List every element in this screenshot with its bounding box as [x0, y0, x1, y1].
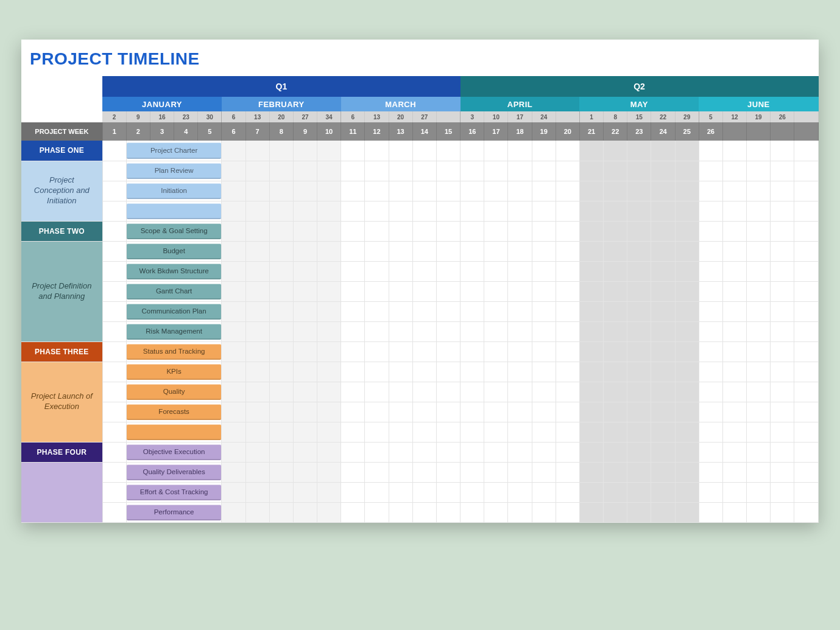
grid-cell[interactable]	[675, 201, 699, 221]
grid-cell[interactable]	[604, 241, 627, 261]
grid-cell[interactable]	[461, 362, 484, 382]
grid-cell[interactable]	[556, 422, 579, 442]
grid-cell[interactable]	[579, 362, 603, 382]
grid-cell[interactable]	[627, 201, 651, 221]
grid-cell[interactable]	[269, 221, 293, 241]
grid-cell[interactable]	[484, 321, 508, 341]
grid-cell[interactable]	[461, 261, 484, 281]
grid-cell[interactable]	[341, 362, 365, 382]
task-bar[interactable]	[127, 203, 222, 219]
grid-cell[interactable]	[269, 261, 293, 281]
grid-cell[interactable]	[771, 402, 794, 422]
grid-cell[interactable]	[604, 362, 627, 382]
grid-cell[interactable]	[556, 221, 579, 241]
grid-cell[interactable]	[389, 321, 412, 341]
grid-cell[interactable]	[102, 141, 126, 161]
grid-cell[interactable]	[651, 382, 675, 402]
grid-cell[interactable]	[747, 321, 771, 341]
grid-cell[interactable]	[269, 442, 293, 462]
grid-cell[interactable]	[102, 382, 126, 402]
grid-cell[interactable]	[556, 201, 579, 221]
grid-cell[interactable]	[675, 141, 699, 161]
grid-cell[interactable]	[461, 422, 484, 442]
grid-cell[interactable]	[747, 402, 771, 422]
grid-cell[interactable]	[293, 161, 317, 181]
grid-cell[interactable]	[579, 482, 603, 502]
grid-cell[interactable]	[293, 442, 317, 462]
grid-cell[interactable]	[389, 442, 412, 462]
grid-cell[interactable]	[579, 201, 603, 221]
grid-cell[interactable]	[556, 181, 579, 201]
grid-cell[interactable]	[293, 281, 317, 301]
grid-cell[interactable]	[365, 181, 389, 201]
grid-cell[interactable]	[245, 301, 269, 321]
grid-cell[interactable]	[269, 201, 293, 221]
grid-cell[interactable]	[365, 201, 389, 221]
grid-cell[interactable]	[461, 201, 484, 221]
grid-cell[interactable]	[699, 221, 722, 241]
grid-cell[interactable]	[722, 422, 746, 442]
grid-cell[interactable]	[436, 161, 460, 181]
grid-cell[interactable]	[269, 382, 293, 402]
grid-cell[interactable]	[293, 141, 317, 161]
grid-cell[interactable]	[579, 422, 603, 442]
task-bar[interactable]	[127, 424, 222, 440]
grid-cell[interactable]	[436, 462, 460, 482]
grid-cell[interactable]	[341, 382, 365, 402]
grid-cell[interactable]	[389, 382, 412, 402]
grid-cell[interactable]	[222, 402, 245, 422]
grid-cell[interactable]	[365, 402, 389, 422]
grid-cell[interactable]	[484, 221, 508, 241]
grid-cell[interactable]	[293, 502, 317, 522]
grid-cell[interactable]	[412, 141, 436, 161]
grid-cell[interactable]	[627, 141, 651, 161]
grid-cell[interactable]	[484, 281, 508, 301]
grid-cell[interactable]	[293, 482, 317, 502]
grid-cell[interactable]	[722, 161, 746, 181]
grid-cell[interactable]	[222, 241, 245, 261]
grid-cell[interactable]	[604, 462, 627, 482]
grid-cell[interactable]	[675, 281, 699, 301]
grid-cell[interactable]	[579, 321, 603, 341]
grid-cell[interactable]	[722, 281, 746, 301]
grid-cell[interactable]	[389, 402, 412, 422]
task-bar-cell[interactable]: Gantt Chart	[126, 281, 222, 301]
grid-cell[interactable]	[365, 281, 389, 301]
grid-cell[interactable]	[699, 141, 722, 161]
grid-cell[interactable]	[389, 261, 412, 281]
grid-cell[interactable]	[317, 141, 341, 161]
grid-cell[interactable]	[722, 341, 746, 362]
grid-cell[interactable]	[508, 482, 532, 502]
grid-cell[interactable]	[771, 261, 794, 281]
grid-cell[interactable]	[222, 141, 245, 161]
grid-cell[interactable]	[412, 201, 436, 221]
grid-cell[interactable]	[389, 482, 412, 502]
task-bar[interactable]: Quality	[127, 384, 222, 400]
grid-cell[interactable]	[412, 301, 436, 321]
grid-cell[interactable]	[722, 221, 746, 241]
grid-cell[interactable]	[102, 482, 126, 502]
grid-cell[interactable]	[412, 482, 436, 502]
grid-cell[interactable]	[532, 362, 556, 382]
grid-cell[interactable]	[412, 502, 436, 522]
grid-cell[interactable]	[436, 502, 460, 522]
grid-cell[interactable]	[651, 141, 675, 161]
grid-cell[interactable]	[508, 221, 532, 241]
grid-cell[interactable]	[222, 422, 245, 442]
grid-cell[interactable]	[389, 201, 412, 221]
grid-cell[interactable]	[293, 201, 317, 221]
grid-cell[interactable]	[484, 402, 508, 422]
grid-cell[interactable]	[627, 181, 651, 201]
grid-cell[interactable]	[245, 402, 269, 422]
grid-cell[interactable]	[461, 221, 484, 241]
task-bar[interactable]: Forecasts	[127, 404, 222, 420]
grid-cell[interactable]	[508, 281, 532, 301]
grid-cell[interactable]	[699, 201, 722, 221]
grid-cell[interactable]	[532, 382, 556, 402]
grid-cell[interactable]	[508, 181, 532, 201]
grid-cell[interactable]	[771, 382, 794, 402]
grid-cell[interactable]	[747, 261, 771, 281]
grid-cell[interactable]	[293, 402, 317, 422]
grid-cell[interactable]	[627, 161, 651, 181]
grid-cell[interactable]	[579, 462, 603, 482]
